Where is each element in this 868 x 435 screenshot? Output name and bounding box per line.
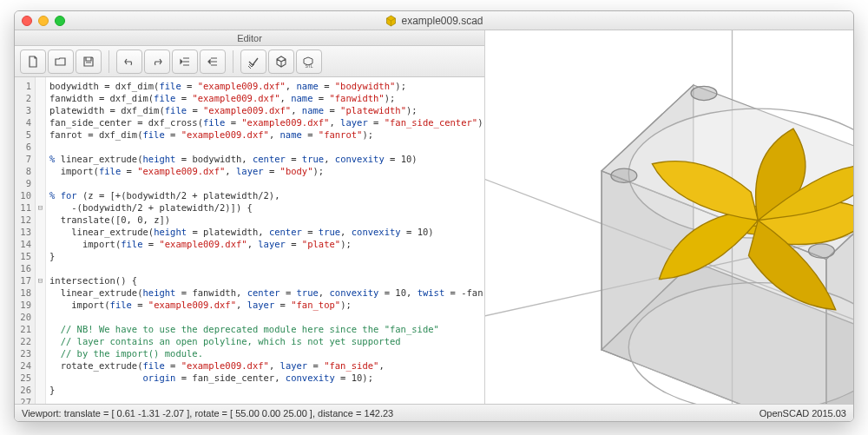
render-button[interactable] bbox=[268, 49, 294, 74]
svg-text:STL: STL bbox=[305, 63, 312, 69]
minimize-button[interactable] bbox=[38, 16, 49, 26]
3d-viewport[interactable]: x y z bbox=[485, 30, 853, 404]
code-editor[interactable]: bodywidth = dxf_dim(file = "example009.d… bbox=[46, 77, 484, 404]
indent-button[interactable] bbox=[200, 49, 226, 74]
app-window: example009.scad Editor STL bbox=[14, 10, 854, 422]
new-button[interactable] bbox=[20, 49, 46, 74]
app-icon bbox=[385, 15, 397, 27]
svg-point-14 bbox=[809, 244, 835, 258]
open-button[interactable] bbox=[48, 49, 74, 74]
svg-text:z: z bbox=[517, 401, 523, 404]
export-stl-button[interactable]: STL bbox=[296, 49, 322, 74]
zoom-button[interactable] bbox=[55, 16, 65, 26]
titlebar: example009.scad bbox=[15, 11, 853, 30]
axis-triad: x y z bbox=[488, 401, 558, 404]
viewport-status: Viewport: translate = [ 0.61 -1.31 -2.07… bbox=[22, 408, 393, 419]
svg-point-12 bbox=[611, 168, 637, 182]
version-label: OpenSCAD 2015.03 bbox=[760, 408, 846, 419]
close-button[interactable] bbox=[22, 16, 32, 26]
redo-button[interactable] bbox=[144, 49, 170, 74]
window-title: example009.scad bbox=[401, 15, 483, 27]
viewer-pane: x y z bbox=[485, 30, 853, 404]
save-button[interactable] bbox=[76, 49, 102, 74]
line-gutter: 1234567891011121314151617181920212223242… bbox=[15, 77, 36, 404]
undo-button[interactable] bbox=[116, 49, 142, 74]
unindent-button[interactable] bbox=[172, 49, 198, 74]
editor-pane: Editor STL 123456789101112131415 bbox=[15, 30, 485, 404]
preview-button[interactable] bbox=[240, 49, 266, 74]
svg-point-13 bbox=[691, 86, 717, 100]
fold-gutter[interactable]: ⊟⊟ bbox=[36, 77, 46, 404]
editor-toolbar: STL bbox=[15, 46, 484, 77]
editor-header: Editor bbox=[15, 30, 484, 46]
statusbar: Viewport: translate = [ 0.61 -1.31 -2.07… bbox=[15, 404, 853, 421]
